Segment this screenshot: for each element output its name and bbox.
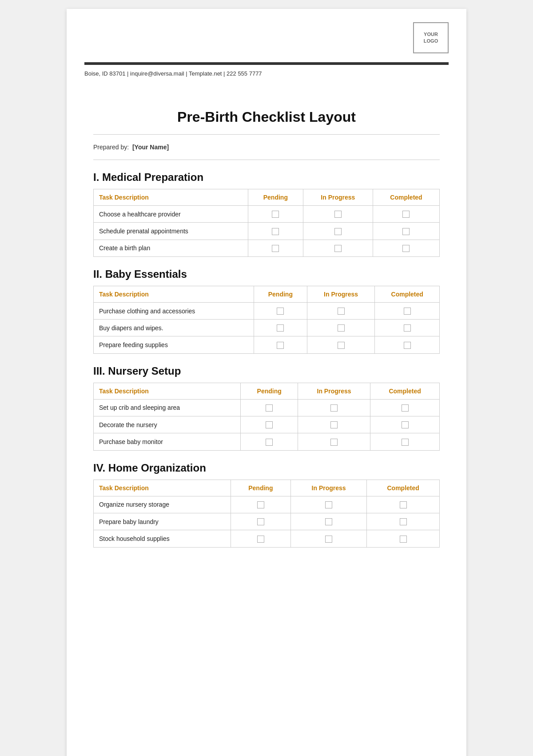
prepared-by: Prepared by: [Your Name]: [93, 144, 440, 151]
checkbox-pending[interactable]: [277, 324, 284, 332]
checkbox-pending[interactable]: [266, 439, 273, 446]
col-header-nursery-3: Completed: [370, 383, 440, 399]
section-title-medical: I. Medical Preparation: [93, 171, 440, 184]
table-row: Choose a healthcare provider: [94, 206, 440, 223]
checkbox-in-progress[interactable]: [325, 501, 332, 508]
header-area: YOUR LOGO: [67, 9, 466, 65]
checkbox-pending[interactable]: [266, 404, 273, 412]
checkbox-pending[interactable]: [272, 228, 279, 235]
cell-in-progress-medical-2: [303, 240, 373, 256]
checkbox-completed[interactable]: [402, 228, 410, 235]
checkbox-completed[interactable]: [402, 245, 410, 252]
task-desc-nursery-1: Decorate the nursery: [94, 416, 241, 433]
cell-in-progress-baby-1: [307, 320, 375, 336]
checkbox-pending[interactable]: [272, 211, 279, 218]
col-header-medical-0: Task Description: [94, 189, 248, 206]
section-title-home: IV. Home Organization: [93, 462, 440, 474]
cell-in-progress-nursery-0: [298, 399, 370, 416]
cell-completed-medical-2: [373, 240, 439, 256]
checkbox-completed[interactable]: [402, 421, 409, 428]
cell-pending-home-1: [231, 513, 290, 530]
table-home: Task DescriptionPendingIn ProgressComple…: [93, 480, 440, 548]
cell-pending-nursery-0: [241, 399, 298, 416]
checkbox-in-progress[interactable]: [338, 308, 345, 315]
cell-completed-nursery-2: [370, 433, 440, 450]
task-desc-baby-2: Prepare feeding supplies: [94, 336, 254, 353]
checkbox-pending[interactable]: [277, 342, 284, 349]
section-title-baby: II. Baby Essentials: [93, 268, 440, 280]
checkbox-completed[interactable]: [400, 518, 407, 525]
table-row: Stock household supplies: [94, 530, 440, 547]
cell-in-progress-baby-2: [307, 336, 375, 353]
cell-pending-medical-2: [248, 240, 303, 256]
task-desc-baby-1: Buy diapers and wipes.: [94, 320, 254, 336]
logo-line1: YOUR: [424, 31, 438, 38]
checkbox-in-progress[interactable]: [330, 439, 338, 446]
col-header-baby-1: Pending: [254, 286, 307, 302]
checkbox-completed[interactable]: [404, 324, 411, 332]
cell-completed-home-2: [367, 530, 440, 547]
prepared-divider: [93, 160, 440, 160]
table-row: Buy diapers and wipes.: [94, 320, 440, 336]
checkbox-in-progress[interactable]: [338, 324, 345, 332]
cell-completed-home-1: [367, 513, 440, 530]
checkbox-in-progress[interactable]: [338, 342, 345, 349]
checkbox-completed[interactable]: [402, 404, 409, 412]
prepared-by-value: [Your Name]: [132, 144, 169, 151]
contact-text: Boise, ID 83701 | inquire@diversa.mail |…: [84, 70, 262, 77]
col-header-home-0: Task Description: [94, 480, 231, 496]
cell-in-progress-nursery-1: [298, 416, 370, 433]
checkbox-completed[interactable]: [400, 536, 407, 543]
cell-pending-medical-0: [248, 206, 303, 223]
prepared-by-label: Prepared by:: [93, 144, 129, 151]
cell-completed-nursery-0: [370, 399, 440, 416]
checkbox-in-progress[interactable]: [334, 245, 342, 252]
table-row: Decorate the nursery: [94, 416, 440, 433]
checkbox-in-progress[interactable]: [330, 421, 338, 428]
checkbox-pending[interactable]: [257, 518, 264, 525]
cell-pending-baby-0: [254, 302, 307, 319]
task-desc-medical-0: Choose a healthcare provider: [94, 206, 248, 223]
document-title: Pre-Birth Checklist Layout: [93, 109, 440, 125]
col-header-home-1: Pending: [231, 480, 290, 496]
cell-in-progress-medical-0: [303, 206, 373, 223]
table-baby: Task DescriptionPendingIn ProgressComple…: [93, 286, 440, 354]
checkbox-completed[interactable]: [402, 439, 409, 446]
cell-pending-baby-2: [254, 336, 307, 353]
checkbox-pending[interactable]: [277, 308, 284, 315]
cell-in-progress-home-0: [290, 496, 367, 513]
cell-pending-medical-1: [248, 223, 303, 240]
task-desc-home-2: Stock household supplies: [94, 530, 231, 547]
logo-box: YOUR LOGO: [413, 22, 449, 53]
contact-bar: Boise, ID 83701 | inquire@diversa.mail |…: [67, 65, 466, 82]
checkbox-in-progress[interactable]: [325, 536, 332, 543]
checkbox-completed[interactable]: [404, 342, 411, 349]
task-desc-baby-0: Purchase clothing and accessories: [94, 302, 254, 319]
checkbox-completed[interactable]: [400, 501, 407, 508]
checkbox-completed[interactable]: [404, 308, 411, 315]
checkbox-completed[interactable]: [402, 211, 410, 218]
title-divider: [93, 134, 440, 135]
thick-divider: [84, 62, 449, 65]
checkbox-pending[interactable]: [257, 536, 264, 543]
logo-line2: LOGO: [424, 38, 438, 44]
checkbox-in-progress[interactable]: [334, 228, 342, 235]
section-title-nursery: III. Nursery Setup: [93, 365, 440, 377]
task-desc-home-0: Organize nursery storage: [94, 496, 231, 513]
main-content: Pre-Birth Checklist Layout Prepared by: …: [67, 82, 466, 565]
table-row: Prepare feeding supplies: [94, 336, 440, 353]
checkbox-pending[interactable]: [272, 245, 279, 252]
checkbox-in-progress[interactable]: [334, 211, 342, 218]
checkbox-pending[interactable]: [266, 421, 273, 428]
cell-pending-home-0: [231, 496, 290, 513]
cell-pending-nursery-2: [241, 433, 298, 450]
cell-completed-nursery-1: [370, 416, 440, 433]
checkbox-in-progress[interactable]: [330, 404, 338, 412]
cell-pending-home-2: [231, 530, 290, 547]
table-row: Create a birth plan: [94, 240, 440, 256]
task-desc-home-1: Prepare baby laundry: [94, 513, 231, 530]
task-desc-medical-1: Schedule prenatal appointments: [94, 223, 248, 240]
col-header-home-3: Completed: [367, 480, 440, 496]
checkbox-in-progress[interactable]: [325, 518, 332, 525]
checkbox-pending[interactable]: [257, 501, 264, 508]
